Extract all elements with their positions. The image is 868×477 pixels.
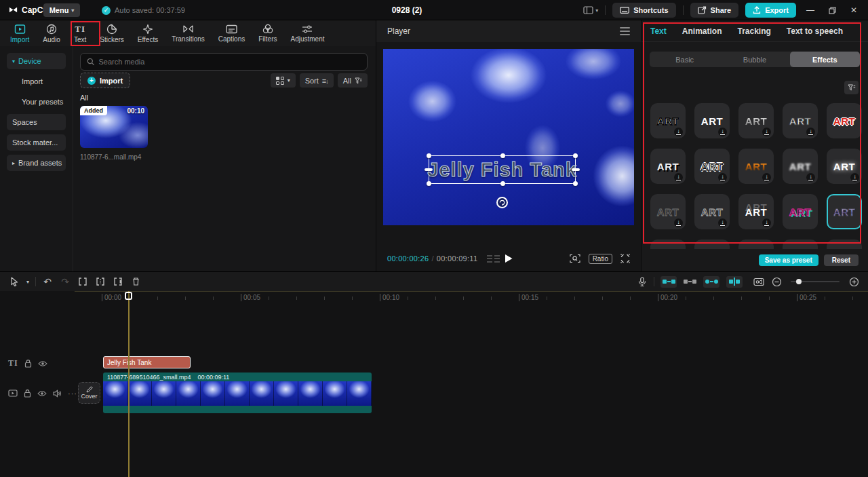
speaker-icon[interactable] bbox=[53, 389, 62, 398]
nav-spaces[interactable]: Spaces bbox=[7, 114, 66, 130]
resize-handle[interactable] bbox=[427, 181, 431, 186]
effect-tile[interactable]: ART bbox=[827, 103, 862, 138]
tab-text-to-speech[interactable]: Text to speech bbox=[787, 26, 843, 36]
effect-tile[interactable]: ART↓ bbox=[738, 103, 774, 138]
preview-quality-icon[interactable] bbox=[487, 255, 500, 263]
eye-icon[interactable] bbox=[37, 390, 47, 397]
split-button[interactable] bbox=[92, 275, 109, 288]
resize-handle[interactable] bbox=[573, 153, 578, 158]
player-menu-icon[interactable] bbox=[620, 27, 630, 35]
resize-handle[interactable] bbox=[573, 181, 578, 186]
tab-tracking[interactable]: Tracking bbox=[737, 26, 770, 36]
preview-zoom-icon[interactable] bbox=[570, 254, 580, 263]
more-options-icon[interactable]: ··· bbox=[68, 389, 77, 398]
media-thumbnail[interactable]: Added 00:10 bbox=[80, 106, 148, 148]
auto-ripple-toggle[interactable] bbox=[684, 280, 696, 284]
effect-tile[interactable]: ART bbox=[783, 194, 818, 229]
undo-button[interactable]: ↶ bbox=[39, 275, 56, 288]
effect-tile[interactable]: ART↓ bbox=[694, 194, 730, 229]
screen-record-icon[interactable] bbox=[750, 275, 768, 288]
tab-text[interactable]: TI Text bbox=[69, 24, 91, 43]
nav-brand-assets[interactable]: ▸Brand assets bbox=[7, 155, 66, 171]
tab-import[interactable]: Import bbox=[5, 24, 34, 43]
split-right-button[interactable] bbox=[109, 275, 127, 288]
segment-basic[interactable]: Basic bbox=[650, 52, 719, 67]
effect-tile-selected[interactable]: ART bbox=[827, 194, 862, 229]
eye-icon[interactable] bbox=[38, 360, 47, 367]
resize-handle[interactable] bbox=[425, 168, 433, 171]
layout-switch-button[interactable]: ▾ bbox=[583, 6, 598, 14]
search-bar[interactable] bbox=[80, 53, 368, 71]
slider-knob[interactable] bbox=[796, 279, 802, 284]
split-left-button[interactable] bbox=[74, 275, 92, 288]
segment-effects[interactable]: Effects bbox=[790, 52, 860, 67]
resize-handle[interactable] bbox=[427, 153, 431, 158]
export-button[interactable]: Export bbox=[745, 3, 796, 18]
effect-tile[interactable]: ART↓ bbox=[694, 103, 730, 138]
effect-tile[interactable]: ART↓ bbox=[650, 149, 686, 184]
tab-text[interactable]: Text bbox=[650, 26, 667, 36]
segment-bubble[interactable]: Bubble bbox=[719, 52, 789, 67]
share-button[interactable]: Share bbox=[690, 3, 739, 18]
nav-device[interactable]: ▾Device bbox=[7, 53, 66, 69]
search-input[interactable] bbox=[98, 58, 361, 66]
redo-button[interactable]: ↷ bbox=[56, 275, 74, 288]
fullscreen-icon[interactable] bbox=[620, 254, 630, 263]
video-preview[interactable]: Jelly Fish Tank bbox=[383, 49, 634, 225]
record-voiceover-button[interactable] bbox=[633, 275, 651, 288]
effect-tile[interactable]: ART↓ bbox=[783, 103, 818, 138]
effect-tile[interactable]: ART↓ bbox=[694, 149, 730, 184]
effect-tile[interactable]: ART↓ bbox=[827, 149, 862, 184]
tab-filters[interactable]: Filters bbox=[254, 24, 281, 43]
effect-tile[interactable]: ART↓ bbox=[650, 194, 686, 229]
tab-captions[interactable]: Captions bbox=[214, 24, 250, 43]
ratio-button[interactable]: Ratio bbox=[589, 254, 612, 264]
play-button[interactable] bbox=[505, 254, 513, 263]
reset-button[interactable]: Reset bbox=[824, 254, 859, 266]
playhead-line[interactable] bbox=[128, 291, 130, 477]
tab-stickers[interactable]: Stickers bbox=[95, 24, 129, 43]
minimize-button[interactable]: — bbox=[803, 5, 818, 15]
timeline-zoom-slider[interactable] bbox=[791, 281, 840, 282]
effect-tile[interactable]: ART↓ bbox=[738, 149, 774, 184]
menu-button[interactable]: Menu▾ bbox=[43, 3, 80, 17]
link-clips-toggle[interactable] bbox=[703, 276, 719, 288]
effects-filter-button[interactable] bbox=[844, 81, 859, 94]
filter-button[interactable]: All bbox=[338, 73, 368, 88]
playhead-handle[interactable] bbox=[125, 292, 132, 300]
zoom-out-button[interactable] bbox=[768, 275, 785, 288]
resize-handle[interactable] bbox=[500, 181, 505, 186]
nav-your-presets[interactable]: Your presets bbox=[7, 94, 66, 110]
nav-stock-materials[interactable]: Stock mater... bbox=[7, 134, 66, 151]
lock-icon[interactable] bbox=[24, 389, 31, 398]
overlay-text[interactable]: Jelly Fish Tank bbox=[429, 156, 575, 183]
import-media-button[interactable]: + Import bbox=[80, 73, 130, 88]
view-mode-button[interactable]: ▾ bbox=[271, 73, 296, 88]
timeline-ruler[interactable]: 00:00 00:05 00:10 00:15 00:20 00:25 bbox=[75, 291, 868, 303]
sort-button[interactable]: Sort ≡↓ bbox=[300, 73, 334, 88]
text-overlay-selection[interactable]: Jelly Fish Tank bbox=[429, 155, 576, 184]
rotate-handle[interactable] bbox=[496, 197, 508, 208]
magnetic-snap-toggle[interactable] bbox=[660, 276, 677, 288]
close-button[interactable]: ✕ bbox=[846, 5, 861, 15]
delete-button[interactable] bbox=[127, 275, 144, 288]
preview-axis-toggle[interactable] bbox=[726, 276, 743, 288]
save-as-preset-button[interactable]: Save as preset bbox=[759, 254, 818, 266]
nav-import[interactable]: Import bbox=[7, 73, 66, 90]
tab-adjustment[interactable]: Adjustment bbox=[285, 24, 329, 43]
cover-button[interactable]: Cover bbox=[78, 382, 100, 404]
tab-animation[interactable]: Animation bbox=[682, 26, 722, 36]
tab-audio[interactable]: Audio bbox=[38, 24, 65, 43]
shortcuts-button[interactable]: Shortcuts bbox=[612, 3, 675, 18]
tab-effects[interactable]: Effects bbox=[133, 24, 163, 43]
resize-handle[interactable] bbox=[572, 168, 580, 171]
video-clip[interactable]: 110877-689510466_small.mp4 00:00:09:11 bbox=[103, 373, 372, 413]
zoom-in-button[interactable] bbox=[845, 275, 863, 288]
effect-tile[interactable]: ART↓ bbox=[783, 149, 818, 184]
text-clip[interactable]: Jelly Fish Tank bbox=[103, 356, 191, 368]
effect-tile[interactable]: ART↓ bbox=[650, 103, 686, 138]
effect-tile[interactable]: ART↓ bbox=[738, 194, 774, 229]
lock-icon[interactable] bbox=[24, 359, 32, 368]
chevron-down-icon[interactable]: ▾ bbox=[23, 275, 33, 288]
restore-button[interactable] bbox=[825, 7, 840, 14]
